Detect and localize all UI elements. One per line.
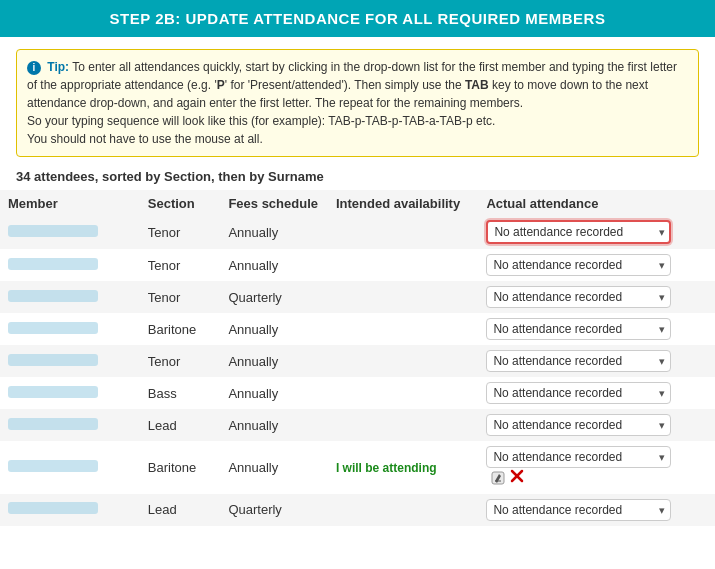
attendance-select[interactable]: No attendance recordedPresent/attendedAb… — [486, 220, 671, 244]
attendance-select[interactable]: No attendance recordedPresent/attendedAb… — [486, 318, 671, 340]
attendee-count: 34 attendees, sorted by Section, then by… — [16, 169, 324, 184]
tip-box: i Tip: To enter all attendances quickly,… — [16, 49, 699, 157]
actual-cell[interactable]: No attendance recordedPresent/attendedAb… — [478, 345, 715, 377]
select-wrapper: No attendance recordedPresent/attendedAb… — [486, 499, 671, 521]
member-name-blurred — [8, 258, 98, 270]
member-cell — [0, 377, 140, 409]
fees-cell: Quarterly — [220, 494, 328, 526]
actual-cell[interactable]: No attendance recordedPresent/attendedAb… — [478, 441, 715, 494]
member-cell — [0, 441, 140, 494]
select-wrapper: No attendance recordedPresent/attendedAb… — [486, 220, 671, 244]
member-cell — [0, 313, 140, 345]
member-cell — [0, 345, 140, 377]
tip-label: Tip: — [47, 60, 69, 74]
summary-text: 34 attendees, sorted by Section, then by… — [16, 169, 699, 184]
attendance-select[interactable]: No attendance recordedPresent/attendedAb… — [486, 382, 671, 404]
table-row: LeadAnnuallyNo attendance recordedPresen… — [0, 409, 715, 441]
table-row: LeadQuarterlyNo attendance recordedPrese… — [0, 494, 715, 526]
col-header-intended: Intended availability — [328, 190, 479, 215]
actual-cell[interactable]: No attendance recordedPresent/attendedAb… — [478, 249, 715, 281]
attendance-table: Member Section Fees schedule Intended av… — [0, 190, 715, 526]
table-row: BassAnnuallyNo attendance recordedPresen… — [0, 377, 715, 409]
attendance-select[interactable]: No attendance recordedPresent/attendedAb… — [486, 414, 671, 436]
intended-cell — [328, 313, 479, 345]
section-cell: Bass — [140, 377, 221, 409]
select-wrapper: No attendance recordedPresent/attendedAb… — [486, 446, 671, 468]
fees-cell: Annually — [220, 215, 328, 249]
select-wrapper: No attendance recordedPresent/attendedAb… — [486, 382, 671, 404]
intended-attending-label: I will be attending — [336, 461, 437, 475]
col-header-fees: Fees schedule — [220, 190, 328, 215]
member-name-blurred — [8, 386, 98, 398]
select-wrapper: No attendance recordedPresent/attendedAb… — [486, 286, 671, 308]
member-name-blurred — [8, 354, 98, 366]
section-cell: Tenor — [140, 281, 221, 313]
actual-cell[interactable]: No attendance recordedPresent/attendedAb… — [478, 281, 715, 313]
member-cell — [0, 281, 140, 313]
table-row: TenorQuarterlyNo attendance recordedPres… — [0, 281, 715, 313]
section-cell: Tenor — [140, 215, 221, 249]
delete-icon[interactable] — [509, 468, 525, 487]
member-name-blurred — [8, 290, 98, 302]
actual-cell[interactable]: No attendance recordedPresent/attendedAb… — [478, 377, 715, 409]
intended-cell — [328, 215, 479, 249]
intended-cell — [328, 377, 479, 409]
col-header-member: Member — [0, 190, 140, 215]
member-name-blurred — [8, 225, 98, 237]
fees-cell: Annually — [220, 345, 328, 377]
attendance-select[interactable]: No attendance recordedPresent/attendedAb… — [486, 350, 671, 372]
member-name-blurred — [8, 460, 98, 472]
attendance-select[interactable]: No attendance recordedPresent/attendedAb… — [486, 286, 671, 308]
actual-cell[interactable]: No attendance recordedPresent/attendedAb… — [478, 215, 715, 249]
intended-cell — [328, 494, 479, 526]
select-wrapper: No attendance recordedPresent/attendedAb… — [486, 254, 671, 276]
member-name-blurred — [8, 502, 98, 514]
fees-cell: Quarterly — [220, 281, 328, 313]
intended-cell: I will be attending — [328, 441, 479, 494]
row-actions — [490, 468, 525, 487]
section-cell: Tenor — [140, 345, 221, 377]
attendance-select[interactable]: No attendance recordedPresent/attendedAb… — [486, 446, 671, 468]
actual-cell[interactable]: No attendance recordedPresent/attendedAb… — [478, 494, 715, 526]
table-row: TenorAnnuallyNo attendance recordedPrese… — [0, 249, 715, 281]
section-cell: Baritone — [140, 441, 221, 494]
fees-cell: Annually — [220, 409, 328, 441]
intended-cell — [328, 249, 479, 281]
col-header-actual: Actual attendance — [478, 190, 715, 215]
table-row: TenorAnnuallyNo attendance recordedPrese… — [0, 215, 715, 249]
actual-cell[interactable]: No attendance recordedPresent/attendedAb… — [478, 313, 715, 345]
edit-icon[interactable] — [490, 470, 506, 486]
section-cell: Lead — [140, 409, 221, 441]
fees-cell: Annually — [220, 249, 328, 281]
member-cell — [0, 409, 140, 441]
actual-cell[interactable]: No attendance recordedPresent/attendedAb… — [478, 409, 715, 441]
member-cell — [0, 494, 140, 526]
header-title: STEP 2B: UPDATE ATTENDANCE FOR ALL REQUI… — [110, 10, 606, 27]
select-wrapper: No attendance recordedPresent/attendedAb… — [486, 350, 671, 372]
member-name-blurred — [8, 322, 98, 334]
fees-cell: Annually — [220, 377, 328, 409]
section-cell: Tenor — [140, 249, 221, 281]
section-cell: Lead — [140, 494, 221, 526]
tip-icon: i — [27, 61, 41, 75]
intended-cell — [328, 409, 479, 441]
table-row: BaritoneAnnuallyI will be attendingNo at… — [0, 441, 715, 494]
member-cell — [0, 249, 140, 281]
section-cell: Baritone — [140, 313, 221, 345]
attendance-select[interactable]: No attendance recordedPresent/attendedAb… — [486, 499, 671, 521]
member-name-blurred — [8, 418, 98, 430]
col-header-section: Section — [140, 190, 221, 215]
fees-cell: Annually — [220, 313, 328, 345]
table-row: BaritoneAnnuallyNo attendance recordedPr… — [0, 313, 715, 345]
page-header: STEP 2B: UPDATE ATTENDANCE FOR ALL REQUI… — [0, 0, 715, 37]
select-wrapper: No attendance recordedPresent/attendedAb… — [486, 414, 671, 436]
member-cell — [0, 215, 140, 249]
attendance-select[interactable]: No attendance recordedPresent/attendedAb… — [486, 254, 671, 276]
select-wrapper: No attendance recordedPresent/attendedAb… — [486, 318, 671, 340]
table-row: TenorAnnuallyNo attendance recordedPrese… — [0, 345, 715, 377]
intended-cell — [328, 281, 479, 313]
fees-cell: Annually — [220, 441, 328, 494]
intended-cell — [328, 345, 479, 377]
